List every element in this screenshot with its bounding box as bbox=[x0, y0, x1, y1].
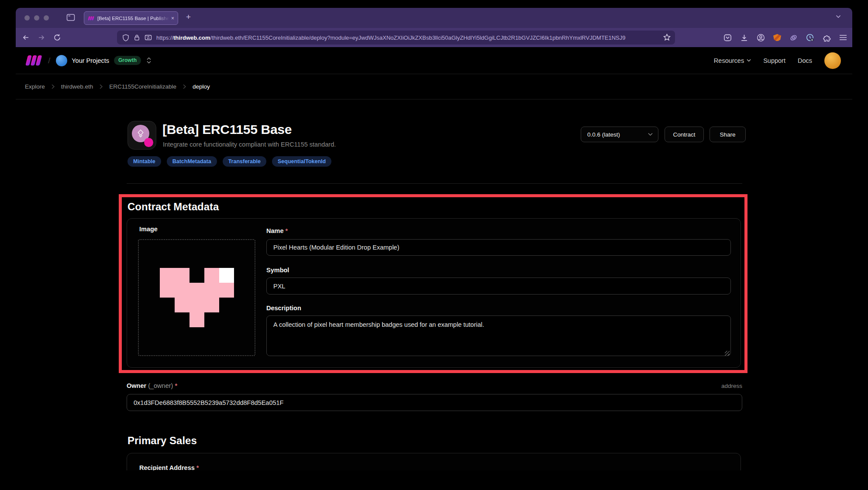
description-label: Description bbox=[266, 305, 301, 312]
bookmark-star-icon[interactable] bbox=[663, 34, 671, 41]
fingerprint-extension-icon[interactable] bbox=[789, 34, 798, 41]
user-avatar[interactable] bbox=[824, 52, 841, 69]
chevron-down-icon bbox=[747, 59, 751, 62]
thirdweb-logo[interactable] bbox=[25, 55, 42, 66]
menu-icon[interactable] bbox=[839, 34, 847, 41]
owner-param: (_owner) bbox=[148, 382, 173, 389]
name-input[interactable] bbox=[266, 239, 731, 256]
tab-favicon-thirdweb-icon bbox=[88, 16, 94, 21]
history-extension-icon[interactable] bbox=[806, 34, 814, 42]
new-tab-button[interactable]: + bbox=[186, 12, 191, 22]
extension-badges: Mintable BatchMetadata Transferable Sequ… bbox=[127, 156, 331, 167]
url-bar[interactable]: https://thirdweb.com/thirdweb.eth/ERC115… bbox=[117, 31, 675, 45]
chevron-right-icon bbox=[52, 84, 55, 89]
image-label: Image bbox=[139, 226, 158, 233]
badge-batchmetadata[interactable]: BatchMetadata bbox=[167, 156, 217, 167]
tab-close-icon[interactable]: × bbox=[169, 16, 174, 21]
description-textarea[interactable]: A collection of pixel heart membership b… bbox=[266, 315, 731, 356]
tab-bar: [Beta] ERC1155 Base | Publishe × + bbox=[16, 8, 852, 28]
url-path: /thirdweb.eth/ERC1155CoreInitializable/d… bbox=[210, 34, 626, 41]
share-button[interactable]: Share bbox=[710, 127, 746, 142]
version-select[interactable]: 0.0.6 (latest) bbox=[581, 127, 658, 142]
page-content: / Your Projects Growth Resources Support… bbox=[16, 47, 852, 470]
primary-sales-heading: Primary Sales bbox=[127, 435, 197, 447]
contract-metadata-card: Image Name * Symbol Description A collec… bbox=[127, 218, 741, 368]
extensions-puzzle-icon[interactable] bbox=[823, 34, 831, 42]
tab-title: [Beta] ERC1155 Base | Publishe bbox=[97, 16, 169, 21]
breadcrumb: Explore thirdweb.eth ERC1155CoreInitiali… bbox=[16, 74, 852, 99]
breadcrumb-publisher[interactable]: thirdweb.eth bbox=[61, 83, 93, 90]
contract-metadata-heading: Contract Metadata bbox=[127, 201, 219, 213]
download-icon[interactable] bbox=[740, 34, 748, 42]
browser-toolbar: https://thirdweb.com/thirdweb.eth/ERC115… bbox=[16, 28, 852, 47]
url-domain: thirdweb.com bbox=[173, 34, 210, 41]
nav-support[interactable]: Support bbox=[763, 57, 785, 64]
sidebar-toggle-icon[interactable] bbox=[66, 14, 75, 21]
required-asterisk: * bbox=[286, 227, 288, 234]
refresh-icon[interactable] bbox=[53, 34, 61, 41]
owner-address-input[interactable] bbox=[127, 394, 742, 411]
recipient-address-label: Recipient Address * bbox=[139, 464, 199, 470]
plan-badge: Growth bbox=[114, 56, 141, 65]
browser-tab[interactable]: [Beta] ERC1155 Base | Publishe × bbox=[84, 11, 178, 25]
breadcrumb-contract[interactable]: ERC1155CoreInitializable bbox=[109, 83, 176, 90]
chevron-down-icon bbox=[648, 133, 653, 136]
required-asterisk: * bbox=[196, 464, 199, 470]
url-scheme: https:// bbox=[156, 34, 173, 41]
lock-icon[interactable] bbox=[134, 34, 140, 41]
version-select-value: 0.0.6 (latest) bbox=[587, 131, 648, 138]
header-nav: Resources Support Docs bbox=[714, 57, 812, 64]
owner-field-header: Owner (_owner) * address bbox=[127, 382, 742, 389]
permissions-icon[interactable] bbox=[145, 34, 152, 41]
project-avatar[interactable] bbox=[56, 55, 67, 66]
header-divider-slash: / bbox=[48, 56, 50, 65]
tracking-shield-icon[interactable] bbox=[122, 34, 129, 41]
chevron-right-icon bbox=[100, 84, 103, 89]
breadcrumb-deploy: deploy bbox=[193, 83, 210, 90]
tab-overflow-chevron-icon[interactable] bbox=[836, 15, 841, 18]
page-title: [Beta] ERC1155 Base bbox=[162, 122, 292, 137]
toolbar-extension-icons bbox=[723, 28, 847, 47]
pixel-heart-image bbox=[160, 268, 234, 327]
name-label: Name * bbox=[266, 227, 288, 234]
site-header: / Your Projects Growth Resources Support… bbox=[16, 47, 852, 74]
badge-transferable[interactable]: Transferable bbox=[223, 156, 266, 167]
back-icon[interactable] bbox=[22, 34, 30, 41]
metamask-extension-icon[interactable] bbox=[773, 34, 781, 41]
owner-type-hint: address bbox=[721, 383, 742, 389]
screen: [Beta] ERC1155 Base | Publishe × + bbox=[0, 0, 868, 490]
badge-mintable[interactable]: Mintable bbox=[127, 156, 161, 167]
window-zoom-button[interactable] bbox=[44, 15, 49, 21]
image-upload-dropzone[interactable] bbox=[138, 239, 255, 356]
project-switcher[interactable]: Your Projects bbox=[72, 57, 109, 64]
owner-label: Owner (_owner) * bbox=[127, 382, 177, 389]
section-divider bbox=[127, 183, 742, 184]
contract-icon bbox=[127, 121, 156, 150]
browser-window: [Beta] ERC1155 Base | Publishe × + bbox=[16, 8, 852, 470]
url-text: https://thirdweb.com/thirdweb.eth/ERC115… bbox=[156, 34, 626, 41]
pocket-icon[interactable] bbox=[723, 34, 732, 42]
account-icon[interactable] bbox=[757, 34, 765, 42]
chevron-right-icon bbox=[183, 84, 186, 89]
badge-sequentialtokenid[interactable]: SequentialTokenId bbox=[272, 156, 331, 167]
textarea-resize-handle[interactable] bbox=[725, 351, 730, 356]
contract-icon-dot bbox=[144, 138, 153, 147]
page-subtitle: Integrate core functionality compliant w… bbox=[163, 141, 336, 148]
contract-button[interactable]: Contract bbox=[665, 127, 704, 142]
required-asterisk: * bbox=[175, 382, 177, 389]
breadcrumb-explore[interactable]: Explore bbox=[25, 83, 45, 90]
symbol-label: Symbol bbox=[266, 267, 289, 274]
window-minimize-button[interactable] bbox=[34, 15, 39, 21]
window-close-button[interactable] bbox=[24, 15, 30, 21]
nav-docs[interactable]: Docs bbox=[798, 57, 812, 64]
symbol-input[interactable] bbox=[266, 278, 731, 295]
project-switcher-chevrons-icon[interactable] bbox=[146, 57, 152, 64]
primary-sales-card: Recipient Address * bbox=[127, 453, 741, 470]
nav-resources[interactable]: Resources bbox=[714, 57, 751, 64]
forward-icon[interactable] bbox=[38, 34, 45, 41]
